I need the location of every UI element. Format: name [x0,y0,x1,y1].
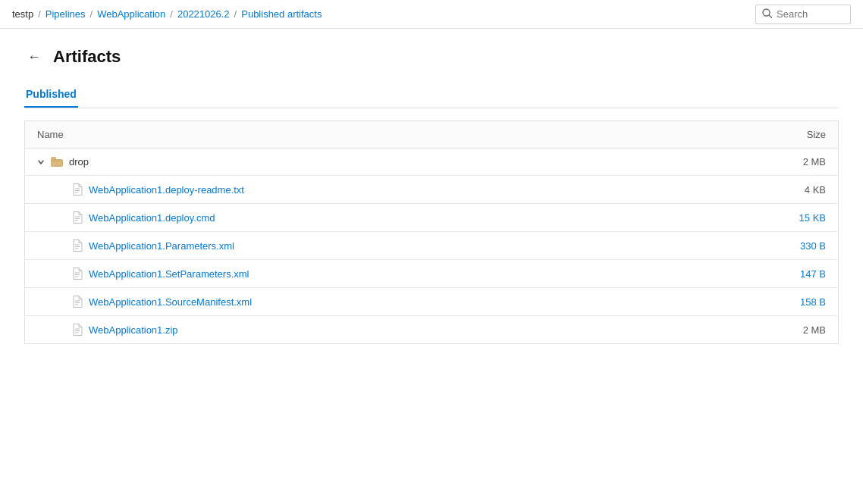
breadcrumb-published-artifacts[interactable]: Published artifacts [241,8,322,20]
folder-name: drop [69,156,89,167]
table-cell-size: 330 B [694,232,838,260]
file-icon [72,183,83,196]
table-cell-name: WebApplication1.deploy-readme.txt [25,176,695,204]
topbar: testp / Pipelines / WebApplication / 202… [0,0,863,29]
table-row: drop2 MB [25,149,839,176]
back-button[interactable]: ← [24,48,44,67]
breadcrumb-sep-2: / [90,8,93,20]
table-cell-size: 2 MB [694,149,838,176]
table-cell-size: 4 KB [694,176,838,204]
file-icon [72,296,83,308]
file-icon [72,324,83,336]
page-title: Artifacts [53,47,121,67]
table-row: WebApplication1.zip2 MB [25,316,839,344]
search-box[interactable] [755,5,851,24]
table-header-row: Name Size [25,121,839,149]
search-input[interactable] [777,8,837,20]
table-cell-name: WebApplication1.SourceManifest.xml [25,288,695,316]
breadcrumb-webapplication[interactable]: WebApplication [97,8,165,20]
artifact-table: Name Size drop2 MB WebApplication1.deplo… [24,121,839,344]
file-icon [72,239,83,252]
table-cell-size: 15 KB [694,204,838,232]
svg-rect-3 [52,158,56,161]
col-header-size: Size [694,121,838,149]
tab-published[interactable]: Published [24,82,78,108]
table-row: WebApplication1.deploy.cmd15 KB [25,204,839,232]
file-link[interactable]: WebApplication1.Parameters.xml [89,240,234,252]
table-cell-size: 2 MB [694,316,838,344]
col-header-name: Name [25,121,695,149]
file-icon [72,268,83,280]
table-cell-name: WebApplication1.Parameters.xml [25,232,695,260]
folder-icon [51,157,63,167]
file-link[interactable]: WebApplication1.deploy.cmd [89,212,215,224]
table-cell-name: WebApplication1.SetParameters.xml [25,260,695,288]
file-icon [72,211,83,224]
file-link[interactable]: WebApplication1.SourceManifest.xml [89,296,252,308]
main-content: ← Artifacts Published Name Size drop2 MB [0,29,863,362]
breadcrumb-sep-1: / [38,8,41,20]
tabs: Published [24,82,839,108]
page-header: ← Artifacts [24,47,839,67]
chevron-down-icon[interactable] [37,158,45,166]
breadcrumb-build-number[interactable]: 20221026.2 [177,8,230,20]
search-icon [762,8,772,20]
breadcrumb-sep-3: / [170,8,173,20]
table-cell-name: WebApplication1.zip [25,316,695,344]
table-row: WebApplication1.SetParameters.xml147 B [25,260,839,288]
table-cell-size: 158 B [694,288,838,316]
breadcrumb-testp[interactable]: testp [12,8,33,20]
breadcrumb: testp / Pipelines / WebApplication / 202… [12,8,322,20]
file-link[interactable]: WebApplication1.zip [89,324,178,336]
table-cell-size: 147 B [694,260,838,288]
file-link[interactable]: WebApplication1.SetParameters.xml [89,268,249,280]
breadcrumb-pipelines[interactable]: Pipelines [46,8,86,20]
table-row: WebApplication1.deploy-readme.txt4 KB [25,176,839,204]
table-cell-name: WebApplication1.deploy.cmd [25,204,695,232]
file-link[interactable]: WebApplication1.deploy-readme.txt [89,184,244,196]
table-row: WebApplication1.SourceManifest.xml158 B [25,288,839,316]
table-row: WebApplication1.Parameters.xml330 B [25,232,839,260]
table-cell-name: drop [25,149,695,176]
svg-line-1 [769,15,772,18]
breadcrumb-sep-4: / [234,8,237,20]
svg-rect-2 [52,160,63,167]
